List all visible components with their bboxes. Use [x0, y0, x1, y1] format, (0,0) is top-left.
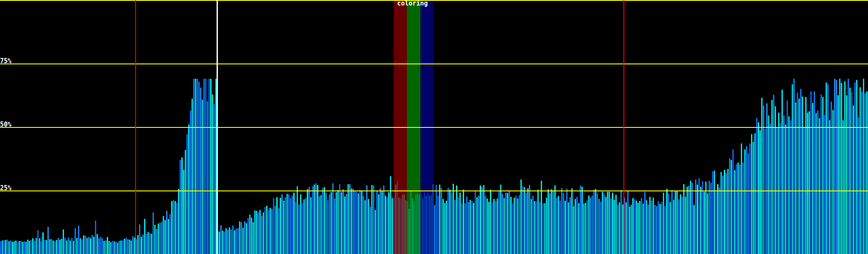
bar: [475, 191, 476, 254]
bar: [502, 194, 503, 254]
bar: [375, 210, 376, 254]
bar: [232, 226, 234, 254]
bar: [158, 224, 159, 254]
bar: [237, 228, 239, 254]
bar: [270, 208, 271, 254]
bar: [592, 196, 593, 254]
bar: [802, 97, 803, 254]
bar: [856, 80, 857, 254]
bar: [636, 201, 637, 254]
bar: [380, 188, 381, 254]
bar: [8, 241, 10, 254]
bar: [332, 183, 334, 254]
bar: [765, 129, 766, 254]
bar: [604, 194, 605, 254]
bar: [436, 185, 437, 254]
bar: [222, 231, 223, 254]
bar: [570, 197, 571, 254]
bar: [787, 100, 788, 254]
bar: [836, 80, 837, 254]
bar: [86, 238, 88, 254]
bar: [220, 225, 222, 254]
bar: [756, 118, 757, 254]
bar: [141, 237, 142, 254]
red-marker-line: [135, 0, 136, 254]
bar: [863, 79, 864, 254]
bar: [219, 232, 220, 254]
bar: [709, 181, 710, 254]
bar: [617, 205, 618, 254]
bar: [298, 204, 300, 254]
bar: [629, 207, 630, 254]
bar: [849, 88, 851, 254]
bar: [285, 197, 286, 254]
bar: [812, 103, 813, 254]
bar: [819, 118, 820, 254]
bar: [24, 241, 25, 254]
bar: [300, 194, 301, 254]
bar: [541, 181, 542, 254]
bar: [444, 203, 445, 254]
bar: [565, 201, 566, 254]
bar: [63, 229, 64, 254]
bar: [658, 201, 659, 254]
bar: [259, 210, 261, 254]
bar: [227, 230, 228, 254]
bar: [600, 202, 601, 254]
bar: [336, 192, 337, 254]
white-marker-line: [217, 0, 218, 254]
bar: [437, 196, 439, 254]
bar: [293, 193, 295, 254]
bar: [705, 182, 707, 254]
bar: [342, 189, 344, 254]
bar: [361, 191, 362, 254]
bar: [170, 214, 171, 254]
bar: [29, 241, 30, 254]
bar: [125, 238, 127, 254]
bar: [498, 191, 500, 254]
bar: [195, 79, 196, 254]
bar: [795, 102, 796, 254]
red-marker-line: [623, 0, 624, 254]
bar: [302, 203, 303, 254]
bar: [53, 240, 54, 254]
bar: [463, 190, 464, 254]
bar: [846, 95, 847, 254]
bar: [537, 190, 539, 254]
bar: [775, 106, 776, 254]
bar: [614, 200, 615, 254]
bar: [190, 110, 191, 254]
bar: [726, 173, 727, 254]
bar: [481, 187, 483, 254]
bar: [456, 185, 457, 254]
bar: [198, 82, 200, 254]
bar: [58, 238, 59, 254]
bar: [110, 242, 111, 254]
bar: [834, 79, 835, 254]
bar: [556, 198, 557, 254]
bar: [310, 197, 312, 254]
bar: [615, 195, 617, 254]
bar: [459, 193, 461, 254]
bar: [127, 239, 128, 254]
bar: [105, 240, 106, 254]
bar: [168, 219, 169, 254]
bar: [25, 242, 27, 254]
bar: [122, 240, 123, 254]
bar: [283, 201, 284, 254]
bar: [147, 232, 149, 254]
bar: [826, 83, 827, 254]
bar: [649, 197, 651, 254]
bar: [527, 188, 529, 254]
bar: [559, 201, 561, 254]
bar: [483, 185, 484, 254]
bar: [536, 201, 537, 254]
bar: [210, 79, 211, 254]
bar: [798, 99, 800, 254]
bar: [542, 203, 544, 254]
bar: [349, 184, 351, 254]
axis-label-75: 75%: [0, 58, 11, 64]
bar: [554, 185, 556, 254]
bar: [466, 196, 467, 254]
bar: [715, 190, 717, 254]
